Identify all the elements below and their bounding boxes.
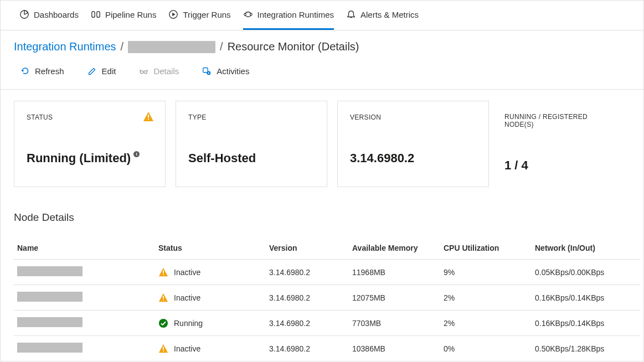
tab-label: Pipeline Runs bbox=[105, 10, 157, 19]
details-button: Details bbox=[139, 66, 179, 76]
card-value: 3.14.6980.2 bbox=[350, 151, 476, 166]
col-cpu[interactable]: CPU Utilization bbox=[440, 237, 532, 260]
breadcrumb: Integration Runtimes / / Resource Monito… bbox=[1, 30, 643, 53]
activities-button[interactable]: Activities bbox=[202, 66, 249, 76]
tab-trigger-runs[interactable]: Trigger Runs bbox=[168, 1, 230, 30]
section-title: Node Details bbox=[1, 187, 643, 229]
connection-icon bbox=[243, 9, 253, 19]
card-status: STATUS Running (Limited) i bbox=[14, 101, 166, 187]
card-label: VERSION bbox=[350, 113, 476, 121]
tab-label: Trigger Runs bbox=[183, 10, 230, 19]
card-label: STATUS bbox=[27, 113, 153, 121]
summary-cards: STATUS Running (Limited) i TYPE Self-Hos… bbox=[1, 90, 643, 187]
pipeline-icon bbox=[91, 9, 101, 19]
pie-icon bbox=[19, 9, 29, 19]
cell-version: 3.14.6980.2 bbox=[266, 336, 349, 361]
tab-integration-runtimes[interactable]: Integration Runtimes bbox=[243, 1, 334, 30]
cell-network: 0.50KBps/1.28KBps bbox=[532, 336, 640, 361]
status-text: Inactive bbox=[174, 268, 200, 277]
status-text: Inactive bbox=[174, 344, 200, 353]
cell-version: 3.14.6980.2 bbox=[266, 311, 349, 336]
cell-memory: 12075MB bbox=[349, 285, 440, 311]
table-row[interactable]: Inactive3.14.6980.212075MB2%0.16KBps/0.1… bbox=[14, 285, 640, 311]
bell-icon bbox=[346, 9, 356, 19]
info-icon[interactable]: i bbox=[133, 151, 140, 157]
tab-label: Dashboards bbox=[34, 10, 79, 19]
cell-cpu: 9% bbox=[440, 260, 532, 285]
activities-icon bbox=[202, 66, 212, 76]
table-body: Inactive3.14.6980.211968MB9%0.05KBps/0.0… bbox=[14, 260, 640, 361]
breadcrumb-sep: / bbox=[121, 40, 124, 53]
tab-dashboards[interactable]: Dashboards bbox=[19, 1, 79, 30]
card-value: Running (Limited) i bbox=[27, 151, 153, 166]
warning-icon bbox=[143, 111, 154, 122]
node-name-redacted bbox=[17, 317, 83, 327]
page-root: Dashboards Pipeline Runs Trigger Runs In… bbox=[0, 0, 644, 361]
tab-label: Alerts & Metrics bbox=[360, 10, 419, 19]
warning-icon bbox=[158, 344, 168, 354]
cell-cpu: 2% bbox=[440, 311, 532, 336]
tab-label: Integration Runtimes bbox=[257, 10, 334, 19]
play-circle-icon bbox=[168, 9, 178, 19]
table-row[interactable]: Running3.14.6980.27703MB2%0.16KBps/0.14K… bbox=[14, 311, 640, 336]
card-value: 1 / 4 bbox=[504, 158, 618, 173]
svg-point-11 bbox=[141, 71, 143, 74]
breadcrumb-current: Resource Monitor (Details) bbox=[228, 40, 359, 53]
breadcrumb-sep: / bbox=[220, 40, 223, 53]
button-label: Details bbox=[153, 66, 179, 76]
col-status[interactable]: Status bbox=[155, 237, 266, 260]
status-text: Running bbox=[174, 319, 203, 328]
button-label: Activities bbox=[217, 66, 249, 76]
tab-alerts-metrics[interactable]: Alerts & Metrics bbox=[346, 1, 419, 30]
cell-cpu: 2% bbox=[440, 285, 532, 311]
refresh-button[interactable]: Refresh bbox=[20, 66, 64, 76]
svg-rect-6 bbox=[97, 12, 100, 18]
col-name[interactable]: Name bbox=[14, 237, 155, 260]
svg-point-9 bbox=[244, 13, 246, 15]
cell-cpu: 0% bbox=[440, 336, 532, 361]
col-version[interactable]: Version bbox=[266, 237, 349, 260]
button-label: Edit bbox=[102, 66, 116, 76]
status-text: Running (Limited) bbox=[27, 151, 131, 166]
svg-rect-13 bbox=[203, 68, 208, 73]
node-name-redacted bbox=[17, 292, 83, 302]
status-text: Inactive bbox=[174, 293, 200, 302]
svg-point-12 bbox=[145, 71, 147, 74]
table-row[interactable]: Inactive3.14.6980.211968MB9%0.05KBps/0.0… bbox=[14, 260, 640, 285]
breadcrumb-root-link[interactable]: Integration Runtimes bbox=[14, 40, 116, 53]
breadcrumb-ir-name-redacted[interactable] bbox=[128, 41, 215, 53]
table-row[interactable]: Inactive3.14.6980.210386MB0%0.50KBps/1.2… bbox=[14, 336, 640, 361]
warning-icon bbox=[158, 267, 168, 277]
card-version: VERSION 3.14.6980.2 bbox=[337, 101, 489, 187]
cell-memory: 7703MB bbox=[349, 311, 440, 336]
cell-version: 3.14.6980.2 bbox=[266, 285, 349, 311]
refresh-icon bbox=[20, 66, 30, 76]
cell-memory: 10386MB bbox=[349, 336, 440, 361]
top-tabbar: Dashboards Pipeline Runs Trigger Runs In… bbox=[1, 1, 643, 30]
cell-network: 0.16KBps/0.14KBps bbox=[532, 311, 640, 336]
col-network[interactable]: Network (In/Out) bbox=[532, 237, 640, 260]
svg-rect-5 bbox=[92, 12, 95, 18]
cell-version: 3.14.6980.2 bbox=[266, 260, 349, 285]
button-label: Refresh bbox=[35, 66, 64, 76]
col-memory[interactable]: Available Memory bbox=[349, 237, 440, 260]
cell-memory: 11968MB bbox=[349, 260, 440, 285]
cell-network: 0.05KBps/0.00KBps bbox=[532, 260, 640, 285]
card-type: TYPE Self-Hosted bbox=[176, 101, 327, 187]
tab-pipeline-runs[interactable]: Pipeline Runs bbox=[91, 1, 157, 30]
node-name-redacted bbox=[17, 266, 83, 276]
glasses-icon bbox=[139, 66, 148, 76]
svg-point-10 bbox=[250, 13, 252, 15]
toolbar: Refresh Edit Details Activities bbox=[1, 53, 643, 90]
pencil-icon bbox=[87, 66, 97, 76]
cell-network: 0.16KBps/0.14KBps bbox=[532, 285, 640, 311]
card-label: RUNNING / REGISTERED NODE(S) bbox=[504, 113, 618, 128]
node-details-table: Name Status Version Available Memory CPU… bbox=[14, 237, 640, 361]
node-name-redacted bbox=[17, 343, 83, 353]
edit-button[interactable]: Edit bbox=[87, 66, 116, 76]
card-nodes: RUNNING / REGISTERED NODE(S) 1 / 4 bbox=[499, 101, 630, 187]
card-label: TYPE bbox=[188, 113, 315, 121]
warning-icon bbox=[158, 293, 168, 303]
checkmark-icon bbox=[158, 318, 168, 328]
svg-marker-8 bbox=[173, 13, 176, 16]
